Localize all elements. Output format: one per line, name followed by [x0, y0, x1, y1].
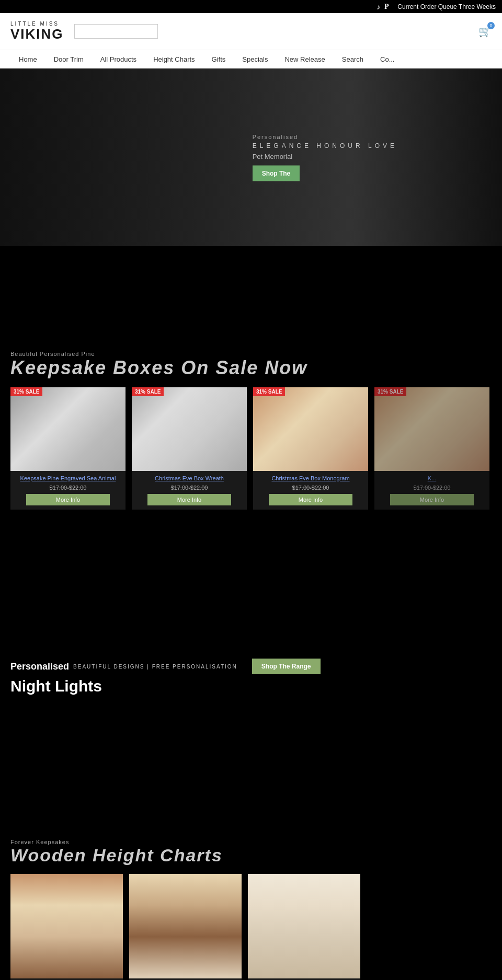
nav-contact[interactable]: Co...: [372, 50, 403, 69]
search-input[interactable]: [74, 24, 158, 39]
tiktok-icon[interactable]: ♪: [376, 3, 380, 11]
hc-image-1: [129, 874, 242, 978]
logo-bottom-text: VIKING: [10, 27, 64, 42]
sale-badge-3: 31% SALE: [374, 387, 406, 396]
sale-subtext: Beautiful Personalised Pine: [10, 351, 492, 357]
hero-section: Personalised ELEGANCE HONOUR LOVE Pet Me…: [0, 68, 502, 246]
hc-card-1: Walnut Stained Pine Wooden Height Chart …: [129, 874, 242, 980]
product-name-2: Christmas Eve Box Monogram: [258, 475, 363, 481]
nav-height-charts[interactable]: Height Charts: [145, 50, 203, 69]
nl-label: Personalised: [10, 661, 69, 672]
hero-text-block: Personalised ELEGANCE HONOUR LOVE Pet Me…: [253, 134, 397, 181]
product-name-3: K...: [380, 475, 484, 481]
product-info-3: K... $17.00-$22.00 More Info: [374, 471, 489, 510]
dark-spacer-1: [0, 246, 502, 340]
night-lights-text: Personalised BEAUTIFUL DESIGNS | FREE PE…: [10, 659, 492, 695]
nav-search[interactable]: Search: [334, 50, 372, 69]
hero-background: [0, 68, 502, 246]
product-info-0: Keepsake Pine Engraved Sea Animal $17.00…: [10, 471, 126, 510]
hc-header: Forever Keepsakes Wooden Height Charts: [0, 839, 502, 874]
hc-card-0: Wooden Height Chart - Personalised Child…: [10, 874, 123, 980]
product-image-0: [10, 387, 126, 471]
sale-header: Beautiful Personalised Pine Keepsake Box…: [0, 351, 502, 387]
hero-description: Pet Memorial: [253, 153, 397, 160]
hero-tagline: ELEGANCE HONOUR LOVE: [253, 142, 397, 149]
product-card-0: 31% SALE Keepsake Pine Engraved Sea Anim…: [10, 387, 126, 510]
sale-section: Beautiful Personalised Pine Keepsake Box…: [0, 340, 502, 525]
height-charts-section: Forever Keepsakes Wooden Height Charts W…: [0, 828, 502, 980]
product-name-1: Christmas Eve Box Wreath: [137, 475, 242, 481]
pinterest-icon[interactable]: 𝐏: [384, 2, 389, 11]
sale-badge-0: 31% SALE: [10, 387, 42, 396]
hero-subtitle: Personalised: [253, 134, 397, 140]
product-price-2: $17.00-$22.00: [258, 485, 363, 491]
nl-title: Night Lights: [10, 677, 492, 695]
product-image-3: [374, 387, 489, 471]
sale-products-row: 31% SALE Keepsake Pine Engraved Sea Anim…: [0, 387, 502, 510]
nl-tagline: BEAUTIFUL DESIGNS | FREE PERSONALISATION: [73, 664, 237, 670]
hc-products-row: Wooden Height Chart - Personalised Child…: [0, 874, 502, 980]
shop-range-button[interactable]: Shop The Range: [252, 659, 321, 674]
hero-cta-button[interactable]: Shop The: [253, 166, 300, 181]
product-price-0: $17.00-$22.00: [16, 485, 120, 491]
nav-specials[interactable]: Specials: [234, 50, 276, 69]
product-price-1: $17.00-$22.00: [137, 485, 242, 491]
sale-badge-2: 31% SALE: [253, 387, 285, 396]
more-info-btn-2[interactable]: More Info: [269, 494, 352, 505]
nav-door-trim[interactable]: Door Trim: [45, 50, 92, 69]
nav-gifts[interactable]: Gifts: [203, 50, 234, 69]
announcement-text: Current Order Queue Three Weeks: [397, 3, 496, 10]
product-image-1: [132, 387, 247, 471]
hc-card-2: White Wash Wooden Height Chart - Persona…: [248, 874, 360, 980]
product-card-1: 31% SALE Christmas Eve Box Wreath $17.00…: [132, 387, 247, 510]
product-info-1: Christmas Eve Box Wreath $17.00-$22.00 M…: [132, 471, 247, 510]
product-info-2: Christmas Eve Box Monogram $17.00-$22.00…: [253, 471, 368, 510]
social-icons: ♪ 𝐏: [376, 2, 389, 11]
logo[interactable]: LITTLE MISS VIKING: [10, 21, 64, 42]
hc-image-2: [248, 874, 360, 978]
dark-spacer-2: [0, 525, 502, 619]
nav-home[interactable]: Home: [10, 50, 45, 69]
hc-subtext: Forever Keepsakes: [10, 839, 492, 845]
night-lights-section: Personalised BEAUTIFUL DESIGNS | FREE PE…: [0, 619, 502, 734]
nav-all-products[interactable]: All Products: [92, 50, 145, 69]
header: LITTLE MISS VIKING 🛒 0: [0, 13, 502, 50]
more-info-btn-0[interactable]: More Info: [26, 494, 110, 505]
more-info-btn-1[interactable]: More Info: [147, 494, 231, 505]
more-info-btn-3[interactable]: More Info: [390, 494, 474, 505]
sale-title: Keepsake Boxes On Sale Now: [10, 357, 492, 379]
cart-button[interactable]: 🛒 0: [478, 25, 492, 38]
main-nav: Home Door Trim All Products Height Chart…: [0, 50, 502, 68]
sale-badge-1: 31% SALE: [132, 387, 164, 396]
dark-spacer-3: [0, 734, 502, 828]
cart-badge: 0: [487, 22, 495, 29]
nav-new-release[interactable]: New Release: [276, 50, 333, 69]
product-price-3: $17.00-$22.00: [380, 485, 484, 491]
product-card-3: 31% SALE K... $17.00-$22.00 More Info: [374, 387, 489, 510]
hc-title: Wooden Height Charts: [10, 845, 492, 866]
hc-image-0: [10, 874, 123, 978]
product-image-2: [253, 387, 368, 471]
product-name-0: Keepsake Pine Engraved Sea Animal: [16, 475, 120, 481]
product-card-2: 31% SALE Christmas Eve Box Monogram $17.…: [253, 387, 368, 510]
top-bar: ♪ 𝐏 Current Order Queue Three Weeks: [0, 0, 502, 13]
